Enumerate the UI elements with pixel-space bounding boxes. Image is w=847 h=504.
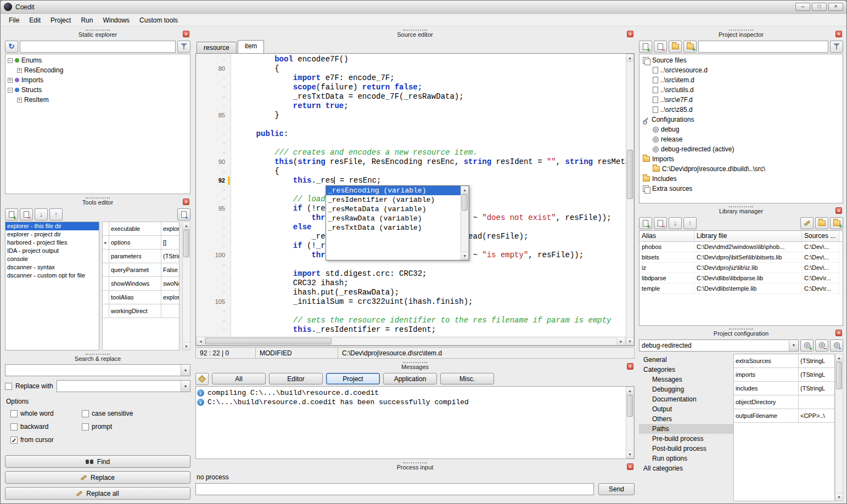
category-pre-build-process[interactable]: Pre-build process <box>639 434 733 444</box>
tab-item[interactable]: item <box>238 40 265 53</box>
tree-item[interactable]: Includes <box>640 174 843 184</box>
tree-item[interactable]: Configurations <box>640 115 843 124</box>
property-row[interactable]: objectDirectory <box>734 395 834 409</box>
tree-item[interactable]: Source files <box>640 55 843 65</box>
move-library-up-button[interactable]: ↑ <box>683 217 697 229</box>
drag-grip[interactable] <box>403 462 427 463</box>
tool-item[interactable]: console <box>5 255 99 263</box>
property-row[interactable]: queryParametFalse <box>103 263 179 277</box>
symbol-filter-input[interactable] <box>20 41 176 53</box>
menu-item-custom-tools[interactable]: Custom tools <box>134 15 183 26</box>
messages-scrollbar[interactable]: ▲ ▼ <box>626 387 634 458</box>
config-scrollbar[interactable]: ▲ ▼ <box>835 354 843 501</box>
tree-item[interactable]: −Structs <box>5 85 190 95</box>
tool-item[interactable]: harbored - project files <box>5 239 99 247</box>
scroll-down-button[interactable]: ▼ <box>835 493 843 501</box>
category-general[interactable]: General <box>639 355 733 365</box>
tree-item[interactable]: −Enums <box>5 55 190 65</box>
completion-scrollbar[interactable]: ▲ ▼ <box>461 186 469 260</box>
checkbox-icon[interactable] <box>10 423 18 431</box>
property-value[interactable]: explorer <box>161 291 179 304</box>
property-value[interactable]: (TStringL <box>799 368 834 381</box>
filter-options-button[interactable] <box>177 41 190 53</box>
send-button[interactable]: Send <box>598 483 635 495</box>
tool-item[interactable]: IDA - project output <box>5 247 99 255</box>
property-value[interactable]: (TStringL <box>799 382 834 395</box>
menu-item-project[interactable]: Project <box>46 15 76 26</box>
completion-list[interactable]: _resEncoding (variable)_resIdentifier (v… <box>326 186 461 260</box>
completion-item[interactable]: _resEncoding (variable) <box>326 186 461 195</box>
project-inspector-header[interactable]: Project inspector x <box>639 28 843 39</box>
option-case-sensitive[interactable]: case sensitive <box>82 410 190 417</box>
add-source-button[interactable] <box>639 41 652 53</box>
expand-icon[interactable]: + <box>17 98 22 103</box>
editor-hscrollbar[interactable]: ◄ ► <box>196 337 626 346</box>
collapse-icon[interactable]: − <box>8 88 13 93</box>
scroll-down-button[interactable]: ▼ <box>626 337 633 345</box>
tree-item[interactable]: debug-redirected (active) <box>640 144 843 154</box>
expand-icon[interactable]: + <box>17 68 22 73</box>
scroll-thumb[interactable] <box>462 194 468 211</box>
find-button[interactable]: Find <box>5 455 190 468</box>
remove-tool-button[interactable] <box>20 208 33 220</box>
property-row[interactable]: ►options[] <box>103 236 179 250</box>
messages-list[interactable]: icompiling C:\...\build\resource.d.coedi… <box>196 387 626 458</box>
library-row[interactable]: phobosC:\Dev\dmd2\windows\lib\phob...C:\… <box>640 242 843 252</box>
expand-icon[interactable]: + <box>8 78 13 83</box>
add-library-button[interactable] <box>639 217 652 229</box>
option-from-cursor[interactable]: ✓from cursor <box>10 436 77 444</box>
checkbox-checked-icon[interactable]: ✓ <box>10 437 18 444</box>
scroll-thumb[interactable] <box>836 362 842 389</box>
category-documentation[interactable]: Documentation <box>639 394 733 404</box>
project-tree[interactable]: Source files..\src\resource.d..\src\item… <box>639 54 843 203</box>
checkbox-icon[interactable] <box>10 410 18 417</box>
add-folder-items-button[interactable] <box>683 41 697 53</box>
completion-item[interactable]: _resMetaData (variable) <box>326 205 461 214</box>
category-debugging[interactable]: Debugging <box>639 384 733 394</box>
tree-item[interactable]: ..\src\utils.d <box>640 85 843 95</box>
tree-item[interactable]: release <box>640 134 843 144</box>
category-all-categories[interactable]: All categories <box>639 463 733 473</box>
message-row[interactable]: iC:\...\build\resource.d.coedit has been… <box>197 398 625 407</box>
remove-configuration-button[interactable] <box>815 339 828 352</box>
drag-grip[interactable] <box>86 30 110 31</box>
maximize-button[interactable]: □ <box>812 3 827 11</box>
tools-list[interactable]: explorer - this file direxplorer - proje… <box>5 222 99 350</box>
tool-properties-grid[interactable]: executableexplorer►options[]parameters(T… <box>102 222 180 350</box>
tree-item[interactable]: Extra sources <box>640 184 843 194</box>
scroll-up-button[interactable]: ▲ <box>183 222 190 230</box>
library-row[interactable]: izC:\Dev\dproj\iz\lib\iz.libC:\Dev\... <box>640 263 843 273</box>
filter-button-application[interactable]: Application <box>383 373 437 384</box>
replace-button[interactable]: Replace <box>5 471 190 484</box>
tree-item[interactable]: ..\src\resource.d <box>640 65 843 75</box>
property-row[interactable]: toolAliasexplorer <box>103 291 179 304</box>
process-input-header[interactable]: Process input x <box>195 461 635 472</box>
close-panel-icon[interactable]: x <box>183 199 189 205</box>
tree-item[interactable]: ..\src\e7F.d <box>640 95 843 105</box>
move-library-down-button[interactable]: ↓ <box>669 217 682 229</box>
filter-options-button[interactable] <box>830 41 843 53</box>
column-header-library-file[interactable]: Library file <box>694 231 802 241</box>
drag-grip[interactable] <box>403 362 427 363</box>
property-value[interactable]: <CPP>..\ <box>799 409 834 422</box>
checkbox-icon[interactable] <box>82 410 89 417</box>
scroll-left-button[interactable]: ◄ <box>197 337 205 345</box>
close-panel-icon[interactable]: x <box>835 207 842 214</box>
remove-source-button[interactable] <box>654 41 667 53</box>
replace-with-checkbox[interactable] <box>5 383 12 390</box>
property-value[interactable]: explorer <box>161 222 179 235</box>
scroll-down-button[interactable]: ▼ <box>183 342 190 350</box>
close-panel-icon[interactable]: x <box>627 31 633 37</box>
close-panel-icon[interactable]: x <box>627 463 633 470</box>
property-row[interactable]: imports(TStringL <box>734 368 834 382</box>
completion-item[interactable]: _resRawData (variable) <box>326 214 461 223</box>
properties-scrollbar[interactable]: ▲ ▼ <box>182 222 190 350</box>
option-backward[interactable]: backward <box>10 423 77 431</box>
static-explorer-header[interactable]: Static explorer x <box>5 28 190 39</box>
property-value[interactable]: swoNone <box>161 277 179 290</box>
search-term-combo[interactable]: ▼ <box>5 364 190 376</box>
property-value[interactable]: False <box>161 263 179 276</box>
scroll-thumb[interactable] <box>205 338 332 344</box>
drag-grip[interactable] <box>729 206 753 207</box>
message-row[interactable]: icompiling C:\...\build\resource.d.coedi… <box>197 388 625 398</box>
